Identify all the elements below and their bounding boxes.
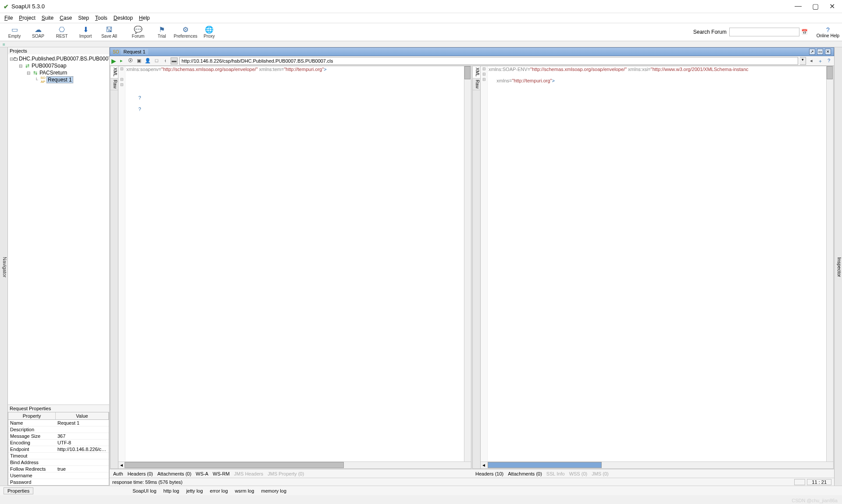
help-small-icon[interactable]: ? — [825, 57, 832, 64]
property-row[interactable]: Password — [8, 479, 109, 486]
add-assertion-icon[interactable]: ⦿ — [127, 57, 134, 64]
property-row[interactable]: Bind Address — [8, 459, 109, 466]
response-fold-gutter[interactable]: ⊟⊟⊟ — [481, 66, 488, 469]
online-help-button[interactable]: ?Online Help — [817, 26, 839, 38]
req-tab[interactable]: JMS Property (0) — [268, 471, 304, 476]
search-go-icon[interactable]: 📅 — [801, 29, 808, 35]
resp-tab[interactable]: WSS (0) — [569, 471, 588, 476]
clone-icon[interactable]: ▣ — [136, 57, 143, 64]
resp-tab[interactable]: Attachments (0) — [508, 471, 542, 476]
project-tree[interactable]: ⊟🗀DHC.Published.PUB0007.BS.PUB0007 ⊟⇄PUB… — [8, 54, 109, 405]
resp-tab[interactable]: Headers (10) — [475, 471, 503, 476]
menu-help[interactable]: Help — [139, 15, 150, 21]
req-tab[interactable]: Attachments (0) — [157, 471, 192, 476]
tab-maximize-icon[interactable]: ▭ — [817, 49, 823, 55]
property-row[interactable]: NameRequest 1 — [8, 420, 109, 426]
request-hscroll[interactable]: ◂ — [118, 461, 471, 469]
projects-header: Projects — [8, 47, 109, 54]
response-time-label: response time: 59ms (576 bytes) — [112, 479, 182, 485]
minimize-button[interactable]: — — [795, 2, 802, 11]
add-icon[interactable]: ＋ — [817, 57, 824, 64]
tool-forum[interactable]: 💬Forum — [126, 23, 150, 41]
tab-minimize-icon[interactable]: ↗ — [809, 49, 815, 55]
req-tab[interactable]: Auth — [113, 471, 123, 476]
menubar: File Project Suite Case Step Tools Deskt… — [0, 13, 842, 23]
request-xml-editor[interactable]: xmlns:soapenv="http://schemas.xmlsoap.or… — [125, 66, 471, 469]
property-row[interactable]: Follow Redirectstrue — [8, 466, 109, 472]
req-tab[interactable]: WS-RM — [213, 471, 230, 476]
menu-file[interactable]: File — [4, 15, 13, 21]
menu-case[interactable]: Case — [60, 15, 72, 21]
log-tab[interactable]: SoapUI log — [132, 488, 156, 493]
document-tab[interactable]: Request 1 — [121, 49, 148, 55]
endpoint-dropdown[interactable]: ▾ — [800, 57, 806, 65]
resp-tab[interactable]: JMS (0) — [592, 471, 609, 476]
menu-suite[interactable]: Suite — [42, 15, 54, 21]
log-tab[interactable]: memory log — [261, 488, 286, 493]
run-button[interactable]: ▶ — [111, 57, 116, 64]
request-fold-gutter[interactable]: ⊟⊟⊟ — [118, 66, 125, 469]
tree-node-request[interactable]: └SOAPRequest 1 — [8, 76, 109, 83]
log-tab[interactable]: error log — [210, 488, 228, 493]
property-row[interactable]: Message Size367 — [8, 433, 109, 440]
log-tab[interactable]: jetty log — [186, 488, 203, 493]
request-vscroll[interactable] — [464, 66, 471, 461]
soap-icon: ☁ — [35, 25, 42, 34]
response-tab-xml[interactable]: XML — [473, 66, 480, 78]
proxy-icon: 🌐 — [205, 25, 214, 34]
tree-node-binding[interactable]: ⊟⇄PUB0007Soap — [8, 62, 109, 69]
close-button[interactable]: ✕ — [829, 2, 835, 11]
response-tab-raw[interactable]: Raw — [473, 78, 480, 90]
response-vscroll[interactable] — [826, 66, 833, 461]
response-xml-viewer[interactable]: xmlns:SOAP-ENV="http://schemas.xmlsoap.o… — [488, 66, 833, 469]
search-forum-input[interactable] — [729, 28, 799, 36]
toggle-icon[interactable]: ▬ — [171, 57, 178, 64]
tab-close-icon[interactable]: ✕ — [825, 49, 831, 55]
tool-soap[interactable]: ☁SOAP — [26, 23, 50, 41]
tree-node-operation[interactable]: ⊟⇆PACSreturn — [8, 69, 109, 76]
layout-icon[interactable]: ⫞ — [162, 57, 169, 64]
view-toggle-icon[interactable]: ≡ — [3, 42, 10, 47]
resp-tab[interactable]: SSL Info — [546, 471, 565, 476]
navigator-panel: Projects ⊟🗀DHC.Published.PUB0007.BS.PUB0… — [8, 47, 110, 486]
property-row[interactable]: Endpointhttp://10.146.8.226/csp... — [8, 446, 109, 453]
req-tab[interactable]: JMS Headers — [234, 471, 264, 476]
response-hscroll[interactable]: ◂ — [481, 461, 833, 469]
tool-proxy[interactable]: 🌐Proxy — [197, 23, 221, 41]
tool-preferences[interactable]: ⚙Preferences — [174, 23, 197, 41]
go-back-icon[interactable]: ◂ — [808, 57, 815, 64]
property-row[interactable]: Username — [8, 472, 109, 479]
request-tab-raw[interactable]: Raw — [111, 78, 118, 90]
menu-step[interactable]: Step — [78, 15, 89, 21]
menu-tools[interactable]: Tools — [95, 15, 107, 21]
property-row[interactable]: Timeout — [8, 453, 109, 459]
maximize-button[interactable]: ▢ — [812, 2, 819, 11]
stop-icon[interactable]: □ — [153, 57, 160, 64]
menu-desktop[interactable]: Desktop — [114, 15, 133, 21]
properties-button[interactable]: Properties — [4, 487, 33, 494]
user-icon[interactable]: 👤 — [144, 57, 151, 64]
tool-saveall[interactable]: 🖫Save All — [97, 23, 121, 41]
request-tab-xml[interactable]: XML — [111, 66, 118, 78]
response-bottom-tabs: Headers (10)Attachments (0)SSL InfoWSS (… — [472, 469, 834, 478]
endpoint-input[interactable]: http://10.146.8.226/csp/hsb/DHC.Publishe… — [179, 57, 798, 65]
property-row[interactable]: Description — [8, 426, 109, 433]
req-tab[interactable]: Headers (0) — [128, 471, 153, 476]
log-tab[interactable]: http log — [164, 488, 179, 493]
tool-import[interactable]: ⬇Import — [74, 23, 97, 41]
tree-node-project[interactable]: ⊟🗀DHC.Published.PUB0007.BS.PUB0007 — [8, 55, 109, 62]
log-tab[interactable]: wsrm log — [235, 488, 254, 493]
response-view-tabs[interactable]: XML Raw — [473, 66, 481, 469]
properties-table[interactable]: NameRequest 1DescriptionMessage Size367E… — [8, 420, 109, 486]
run-alt-icon[interactable]: ▸ — [118, 57, 125, 64]
request-view-tabs[interactable]: XML Raw — [111, 66, 118, 469]
bottom-bar: Properties SoapUI loghttp logjetty loger… — [0, 486, 842, 495]
tool-empty[interactable]: ▭Empty — [3, 23, 26, 41]
navigator-strip[interactable]: Navigator — [0, 47, 8, 486]
property-row[interactable]: EncodingUTF-8 — [8, 440, 109, 446]
req-tab[interactable]: WS-A — [196, 471, 208, 476]
tool-rest[interactable]: ⎔REST — [50, 23, 74, 41]
tool-trial[interactable]: ⚑Trial — [150, 23, 174, 41]
menu-project[interactable]: Project — [19, 15, 35, 21]
inspector-strip[interactable]: Inspector — [834, 47, 842, 486]
